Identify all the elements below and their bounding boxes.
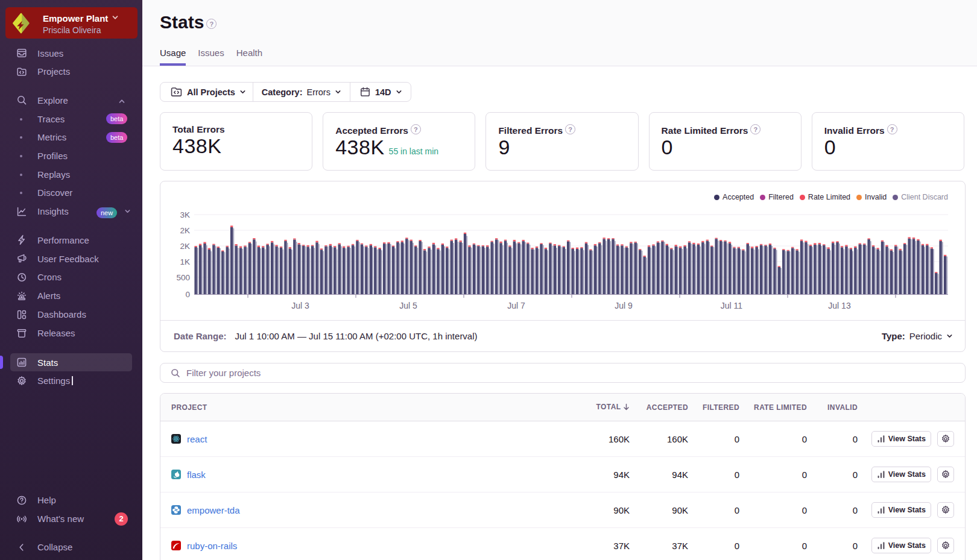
svg-text:2K: 2K bbox=[180, 242, 190, 251]
svg-text:Jul 3: Jul 3 bbox=[291, 301, 309, 310]
svg-text:Jul 11: Jul 11 bbox=[721, 301, 743, 310]
svg-text:2K: 2K bbox=[180, 226, 190, 235]
svg-text:Jul 13: Jul 13 bbox=[828, 301, 851, 310]
svg-text:0: 0 bbox=[185, 290, 190, 299]
svg-text:3K: 3K bbox=[180, 210, 190, 219]
svg-text:Jul 5: Jul 5 bbox=[399, 301, 417, 310]
svg-text:Jul 9: Jul 9 bbox=[615, 301, 633, 310]
svg-text:Jul 7: Jul 7 bbox=[507, 301, 525, 310]
svg-text:1K: 1K bbox=[180, 257, 190, 266]
svg-text:500: 500 bbox=[176, 273, 190, 282]
